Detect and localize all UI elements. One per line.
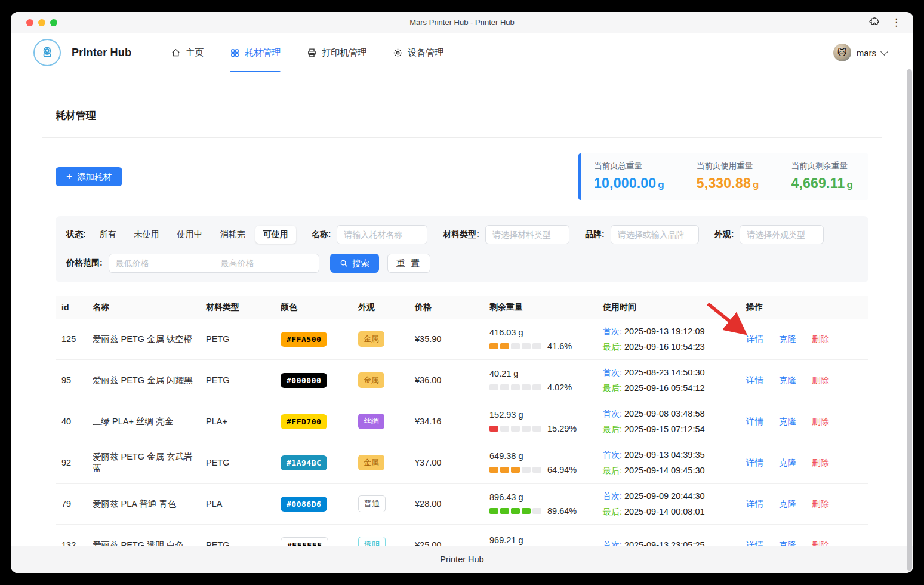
progress-segment bbox=[511, 508, 520, 514]
progress-segment bbox=[500, 384, 509, 390]
row-92-delete-link[interactable]: 删除 bbox=[812, 458, 829, 467]
row-95-clone-link[interactable]: 克隆 bbox=[779, 375, 796, 385]
row-79-clone-link[interactable]: 克隆 bbox=[779, 499, 796, 509]
cell-name: 爱丽兹 PETG 金属 玄武岩蓝 bbox=[87, 451, 200, 474]
reset-button[interactable]: 重 置 bbox=[387, 254, 430, 273]
progress-segment bbox=[532, 426, 541, 432]
status-option[interactable]: 使用中 bbox=[170, 226, 210, 244]
cell-color: #1A94BC bbox=[275, 455, 352, 470]
cell-name: 爱丽兹 PETG 金属 钛空橙 bbox=[87, 334, 200, 345]
app-window: Mars Printer Hub - Printer Hub ⋮ Printer… bbox=[11, 12, 913, 573]
color-chip: #FFA500 bbox=[281, 332, 327, 347]
cell-id: 79 bbox=[56, 499, 87, 509]
appearance-badge: 丝绸 bbox=[358, 414, 384, 429]
filter-panel: 状态: 所有未使用使用中消耗完可使用 名称: 材料类型: 品牌: 外观: 价格范… bbox=[56, 216, 868, 282]
row-40-detail-link[interactable]: 详情 bbox=[746, 417, 763, 426]
first-use-time: 2025-09-08 03:48:58 bbox=[624, 409, 705, 418]
progress-segment bbox=[532, 508, 541, 514]
remaining-grams: 40.21 g bbox=[489, 369, 591, 378]
table-header-row: id名称材料类型颜色外观价格剩余重量使用时间操作 bbox=[56, 296, 868, 319]
row-40-clone-link[interactable]: 克隆 bbox=[779, 417, 796, 426]
material-filter-select[interactable] bbox=[485, 225, 569, 244]
nav-item-grid[interactable]: 耗材管理 bbox=[230, 33, 281, 72]
table-row-79: 79爱丽兹 PLA 普通 青色PLA#0086D6普通¥28.00896.43 … bbox=[56, 484, 868, 525]
row-79-detail-link[interactable]: 详情 bbox=[746, 499, 763, 509]
remaining-percent: 64.94% bbox=[547, 465, 577, 475]
nav-item-printer[interactable]: 打印机管理 bbox=[307, 33, 366, 72]
cell-actions: 详情克隆删除 bbox=[740, 416, 868, 427]
column-header: 名称 bbox=[87, 302, 200, 313]
stat-label: 当前页剩余重量 bbox=[791, 161, 853, 171]
chevron-down-icon bbox=[880, 48, 888, 56]
remaining-grams: 416.03 g bbox=[489, 328, 591, 337]
page-title: 耗材管理 bbox=[56, 109, 868, 122]
kebab-menu-icon[interactable]: ⋮ bbox=[891, 17, 901, 27]
cell-usage-time: 首次: 2025-09-13 04:39:35最后: 2025-09-14 09… bbox=[597, 450, 740, 475]
column-header: 剩余重量 bbox=[483, 302, 597, 313]
nav-item-label: 打印机管理 bbox=[322, 47, 366, 59]
stat-value: 4,669.11g bbox=[791, 176, 853, 192]
search-button[interactable]: 搜索 bbox=[330, 254, 379, 273]
remaining-grams: 896.43 g bbox=[489, 492, 591, 502]
progress-segment bbox=[500, 467, 509, 473]
status-option[interactable]: 所有 bbox=[92, 226, 124, 244]
extension-icon[interactable] bbox=[868, 17, 880, 29]
name-filter-input[interactable] bbox=[337, 225, 427, 244]
cell-remaining: 416.03 g41.6% bbox=[483, 328, 597, 351]
price-range-label: 价格范围: bbox=[66, 258, 103, 269]
cell-usage-time: 首次: 2025-08-23 14:50:30最后: 2025-09-16 05… bbox=[597, 368, 740, 393]
remaining-percent: 4.02% bbox=[547, 383, 572, 392]
table-row-95: 95爱丽兹 PETG 金属 闪耀黑PETG#000000金属¥36.0040.2… bbox=[56, 360, 868, 401]
first-use-time: 2025-09-13 19:12:09 bbox=[624, 327, 705, 336]
cell-appearance: 金属 bbox=[352, 331, 409, 347]
progress-segment bbox=[489, 508, 498, 514]
stat-used-weight: 当前页使用重量 5,330.88g bbox=[697, 161, 759, 192]
cell-id: 40 bbox=[56, 417, 87, 426]
row-125-clone-link[interactable]: 克隆 bbox=[779, 334, 796, 344]
cell-price: ¥36.00 bbox=[409, 375, 483, 385]
row-40-delete-link[interactable]: 删除 bbox=[812, 417, 829, 426]
first-use-label: 首次: bbox=[603, 450, 622, 460]
row-92-clone-link[interactable]: 克隆 bbox=[779, 458, 796, 467]
table-row-125: 125爱丽兹 PETG 金属 钛空橙PETG#FFA500金属¥35.90416… bbox=[56, 319, 868, 360]
progress-segment bbox=[522, 343, 531, 349]
row-125-detail-link[interactable]: 详情 bbox=[746, 334, 763, 344]
cell-appearance: 金属 bbox=[352, 455, 409, 470]
vertical-scrollbar[interactable] bbox=[907, 69, 912, 571]
progress-segment bbox=[511, 467, 520, 473]
row-95-detail-link[interactable]: 详情 bbox=[746, 375, 763, 385]
color-chip: #0086D6 bbox=[281, 497, 327, 512]
last-use-label: 最后: bbox=[603, 342, 622, 352]
appearance-badge: 普通 bbox=[358, 495, 386, 512]
progress-segment bbox=[489, 467, 498, 473]
nav-item-gear[interactable]: 设备管理 bbox=[393, 33, 443, 72]
toolbar: + 添加耗材 当前页总重量 10,000.00g 当前页使用重量 5,330.8… bbox=[56, 153, 868, 200]
status-option[interactable]: 未使用 bbox=[127, 226, 167, 244]
user-menu[interactable]: 🐱 mars bbox=[833, 44, 887, 61]
price-max-input[interactable] bbox=[214, 254, 319, 272]
row-92-detail-link[interactable]: 详情 bbox=[746, 458, 763, 467]
last-use-label: 最后: bbox=[603, 424, 622, 434]
status-option[interactable]: 消耗完 bbox=[212, 226, 253, 244]
price-min-input[interactable] bbox=[109, 254, 214, 272]
progress-segment bbox=[489, 384, 498, 390]
nav-item-home[interactable]: 主页 bbox=[171, 33, 204, 72]
progress-segment bbox=[489, 343, 498, 349]
column-header: 价格 bbox=[409, 302, 483, 313]
appearance-filter-select[interactable] bbox=[740, 225, 824, 244]
cell-appearance: 丝绸 bbox=[352, 414, 409, 429]
brand-filter-label: 品牌: bbox=[585, 229, 605, 240]
titlebar: Mars Printer Hub - Printer Hub ⋮ bbox=[11, 12, 913, 33]
cell-material: PETG bbox=[200, 334, 275, 344]
status-option[interactable]: 可使用 bbox=[255, 226, 296, 244]
remaining-progress-bar bbox=[489, 343, 541, 349]
row-95-delete-link[interactable]: 删除 bbox=[812, 375, 829, 385]
first-use-label: 首次: bbox=[603, 327, 622, 336]
remaining-percent: 41.6% bbox=[547, 341, 572, 351]
cell-remaining: 649.38 g64.94% bbox=[483, 451, 597, 475]
brand-filter-select[interactable] bbox=[611, 225, 699, 244]
row-125-delete-link[interactable]: 删除 bbox=[812, 334, 829, 344]
row-79-delete-link[interactable]: 删除 bbox=[812, 499, 829, 509]
cell-price: ¥37.00 bbox=[409, 458, 483, 467]
add-consumable-button[interactable]: + 添加耗材 bbox=[56, 167, 122, 186]
